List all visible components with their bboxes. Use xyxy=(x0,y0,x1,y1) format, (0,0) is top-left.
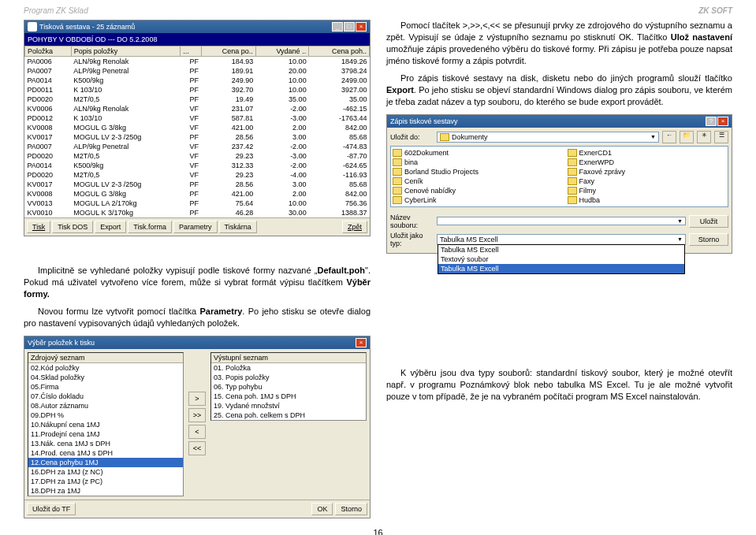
list-item[interactable]: 05.Firma xyxy=(28,382,183,392)
filetype-combo[interactable]: Tabulka MS Excell ▼ Tabulka MS ExcellTex… xyxy=(437,234,686,245)
report-button[interactable]: Parametry xyxy=(173,221,218,233)
header-right: ZK SOFT xyxy=(698,6,732,15)
folder-item[interactable]: CyberLink xyxy=(393,195,552,205)
list-item[interactable]: 09.DPH % xyxy=(28,411,183,420)
list-item[interactable]: 01. Položka xyxy=(211,363,366,373)
table-header: ... xyxy=(181,46,201,57)
file-list[interactable]: 602DokumentbinaBorland Studio ProjectsCe… xyxy=(390,146,728,207)
folder-item[interactable]: bina xyxy=(393,158,552,167)
list-item[interactable]: 08.Autor záznamu xyxy=(28,401,183,411)
close-button[interactable]: × xyxy=(717,117,728,126)
new-folder-button[interactable]: ✳ xyxy=(697,131,711,143)
chevron-down-icon: ▼ xyxy=(650,134,656,139)
table-row[interactable]: PD0011K 103/10PF392.7010.003927.00 xyxy=(25,85,370,95)
dropdown-option[interactable]: Tabulka MS Excell xyxy=(438,264,684,273)
list-item[interactable]: 07.Číslo dokladu xyxy=(28,392,183,401)
view-button[interactable]: ☰ xyxy=(714,131,728,143)
list-item[interactable]: 14.Prod. cena 1MJ s DPH xyxy=(28,448,183,458)
minimize-button[interactable]: _ xyxy=(332,22,343,32)
filetype-label: Uložit jako typ: xyxy=(390,232,434,247)
dialog-button[interactable]: OK xyxy=(311,503,333,515)
table-row[interactable]: VV0013MOGUL LA 2/170kgPF75.6410.00756.36 xyxy=(25,199,370,208)
folder-item[interactable]: 602Dokument xyxy=(393,148,552,158)
text-block-3: K výběru jsou dva typy souborů: standard… xyxy=(386,367,732,403)
header-left: Program ZK Sklad xyxy=(24,6,88,15)
dest-list[interactable]: Výstupní seznam 01. Položka03. Popis pol… xyxy=(210,352,367,421)
list-item[interactable]: 11.Prodejní cena 1MJ xyxy=(28,429,183,439)
folder-item[interactable]: Faxové zprávy xyxy=(568,167,727,176)
list-item[interactable]: 17.DPH za 1MJ (z PC) xyxy=(28,477,183,486)
table-row[interactable]: PD0012K 103/10VF587.81-3.00-1763.44 xyxy=(25,113,370,123)
source-list[interactable]: Zdrojový seznam 02.Kód položky04.Sklad p… xyxy=(28,352,184,496)
list-item[interactable]: 03. Popis položky xyxy=(211,373,366,382)
list-item[interactable]: 02.Kód položky xyxy=(28,363,183,373)
list-item[interactable]: 18.DPH za 1MJ xyxy=(28,486,183,496)
transfer-button[interactable]: < xyxy=(188,425,206,439)
report-button[interactable]: Tisk.forma xyxy=(128,221,172,233)
dialog-button[interactable]: Uložit do TF xyxy=(27,503,76,515)
folder-item[interactable]: Ceník xyxy=(393,176,552,186)
folder-item[interactable]: Filmy xyxy=(568,186,727,195)
chevron-down-icon: ▼ xyxy=(677,218,683,224)
list-item[interactable]: 16.DPH za 1MJ (z NC) xyxy=(28,467,183,477)
list-item[interactable]: 13.Nák. cena 1MJ s DPH xyxy=(28,439,183,448)
transfer-button[interactable]: >> xyxy=(188,408,206,422)
folder-item[interactable]: Cenové nabídky xyxy=(393,186,552,195)
list-item[interactable]: 10.Nákupní cena 1MJ xyxy=(28,420,183,429)
folder-item[interactable]: Borland Studio Projects xyxy=(393,167,552,176)
list-item[interactable]: 25. Cena poh. celkem s DPH xyxy=(211,411,366,420)
field-select-titlebar: Výběr položek k tisku × xyxy=(24,336,370,349)
cancel-button[interactable]: Storno xyxy=(689,233,728,246)
dropdown-option[interactable]: Tabulka MS Excell xyxy=(438,245,684,254)
table-row[interactable]: KV0010MOGUL K 3/170kgPF46.2830.001388.37 xyxy=(25,208,370,217)
table-row[interactable]: PA0014K500/9kgVF312.33-2.00-624.65 xyxy=(25,161,370,170)
up-button[interactable]: 📁 xyxy=(680,131,694,143)
table-row[interactable]: PA0007ALP/9kg PenetralVF237.42-2.00-474.… xyxy=(25,142,370,151)
list-item[interactable]: 06. Typ pohybu xyxy=(211,382,366,392)
table-row[interactable]: KV0017MOGUL LV 2-3 /250gPF28.563.0085.68 xyxy=(25,180,370,189)
folder-item[interactable]: ExnerCD1 xyxy=(568,148,727,158)
list-item[interactable]: 19. Vydané množství xyxy=(211,401,366,411)
report-subtitle: POHYBY V OBDOBÍ OD --- DO 5.2.2008 xyxy=(24,33,370,46)
maximize-button[interactable]: □ xyxy=(344,22,355,32)
folder-item[interactable]: Faxy xyxy=(568,176,727,186)
report-button[interactable]: Tisk DOS xyxy=(52,221,93,233)
help-button[interactable]: ? xyxy=(706,117,717,126)
report-button[interactable]: Tiskárna xyxy=(219,221,257,233)
report-button[interactable]: Zpět xyxy=(342,221,367,233)
close-button[interactable]: × xyxy=(356,338,367,347)
transfer-button[interactable]: << xyxy=(188,441,206,455)
dropdown-option[interactable]: Textový soubor xyxy=(438,254,684,264)
filename-label: Název souboru: xyxy=(390,214,434,229)
table-row[interactable]: KV0008MOGUL G 3/8kgVF421.002.00842.00 xyxy=(25,123,370,132)
list-item[interactable]: 04.Sklad položky xyxy=(28,373,183,382)
report-button-bar: TiskTisk DOSExportTisk.formaParametryTis… xyxy=(24,217,370,236)
dialog-button[interactable]: Storno xyxy=(335,503,367,515)
table-row[interactable]: KV0006ALN/9kg RenolakVF231.07-2.00-462.1… xyxy=(25,104,370,113)
filename-input[interactable]: ▼ xyxy=(437,217,686,225)
table-row[interactable]: PD0020M2T/0,5PF19.4935.0035.00 xyxy=(25,95,370,104)
list-item-selected[interactable]: 12.Cena pohybu 1MJ xyxy=(28,458,183,467)
report-title: Tisková sestava - 25 záznamů xyxy=(39,23,135,31)
table-header: Položka xyxy=(25,46,72,57)
table-row[interactable]: PD0020M2T/0,5VF29.23-3.00-87.70 xyxy=(25,151,370,161)
report-button[interactable]: Tisk xyxy=(27,221,50,233)
table-row[interactable]: PA0007ALP/9kg PenetralPF189.9120.003798.… xyxy=(25,66,370,76)
folder-icon xyxy=(440,133,449,141)
table-row[interactable]: PA0006ALN/9kg RenolakPF184.9310.001849.2… xyxy=(25,57,370,67)
transfer-button[interactable]: > xyxy=(188,392,206,406)
filetype-dropdown[interactable]: Tabulka MS ExcellTextový souborTabulka M… xyxy=(438,244,685,274)
save-dialog-title: Zápis tiskové sestavy xyxy=(390,117,458,125)
save-in-combo[interactable]: Dokumenty ▼ xyxy=(437,132,659,143)
table-row[interactable]: KV0017MOGUL LV 2-3 /250gPF28.563.0085.68 xyxy=(25,132,370,142)
list-item[interactable]: 15. Cena poh. 1MJ s DPH xyxy=(211,392,366,401)
back-button[interactable]: ← xyxy=(662,131,676,143)
folder-item[interactable]: Hudba xyxy=(568,195,727,205)
folder-item[interactable]: ExnerWPD xyxy=(568,158,727,167)
table-row[interactable]: KV0008MOGUL G 3/8kgPF421.002.00842.00 xyxy=(25,189,370,199)
close-button[interactable]: × xyxy=(356,22,367,32)
table-row[interactable]: PA0014K500/9kgPF249.9010.002499.00 xyxy=(25,76,370,85)
save-button[interactable]: Uložit xyxy=(689,215,728,228)
table-row[interactable]: PD0020M2T/0,5VF29.23-4.00-116.93 xyxy=(25,170,370,180)
report-button[interactable]: Export xyxy=(95,221,126,233)
